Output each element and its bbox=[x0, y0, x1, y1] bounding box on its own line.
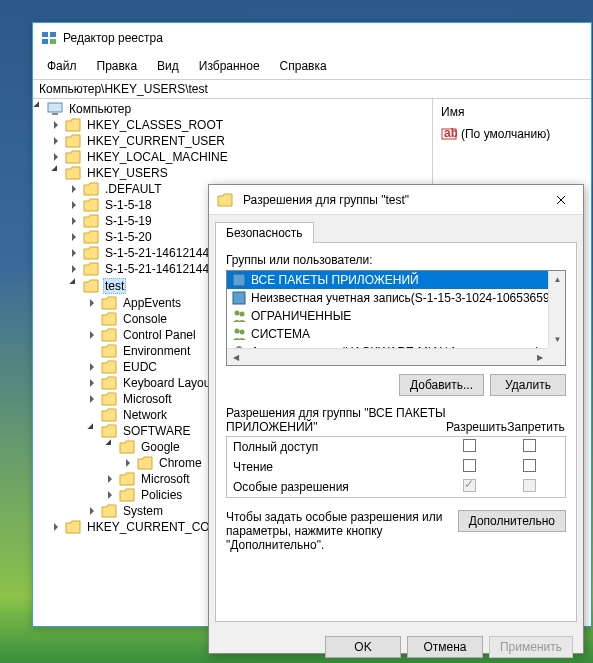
group-label: ВСЕ ПАКЕТЫ ПРИЛОЖЕНИЙ bbox=[251, 273, 419, 287]
chevron-right-icon[interactable] bbox=[69, 231, 81, 243]
tab-content: Группы или пользователи: ВСЕ ПАКЕТЫ ПРИЛ… bbox=[215, 242, 577, 622]
chevron-down-icon[interactable] bbox=[69, 280, 81, 292]
svg-rect-4 bbox=[48, 103, 62, 112]
node-label: Компьютер bbox=[67, 102, 133, 116]
chevron-right-icon[interactable] bbox=[123, 457, 135, 469]
tree-node-computer[interactable]: Компьютер bbox=[33, 101, 432, 117]
chevron-right-icon[interactable] bbox=[51, 135, 63, 147]
chevron-right-icon[interactable] bbox=[87, 393, 99, 405]
close-button[interactable] bbox=[541, 186, 581, 214]
users-icon bbox=[231, 308, 247, 324]
cancel-button[interactable]: Отмена bbox=[407, 636, 483, 658]
chevron-right-icon[interactable] bbox=[87, 297, 99, 309]
chevron-right-icon[interactable] bbox=[51, 151, 63, 163]
menu-favorites[interactable]: Избранное bbox=[189, 55, 270, 77]
chevron-right-icon[interactable] bbox=[51, 521, 63, 533]
value-name: (По умолчанию) bbox=[461, 127, 550, 141]
checkbox-full-deny[interactable] bbox=[523, 439, 536, 452]
computer-icon bbox=[47, 102, 63, 116]
chevron-down-icon[interactable] bbox=[87, 425, 99, 437]
address-bar[interactable]: Компьютер\HKEY_USERS\test bbox=[33, 79, 591, 99]
chevron-right-icon[interactable] bbox=[69, 183, 81, 195]
svg-point-11 bbox=[240, 312, 245, 317]
node-label: EUDC bbox=[121, 360, 159, 374]
tree-node-hklm[interactable]: HKEY_LOCAL_MACHINE bbox=[51, 149, 432, 165]
chevron-right-icon[interactable] bbox=[87, 377, 99, 389]
chevron-down-icon[interactable] bbox=[51, 167, 63, 179]
tree-node-hkcr[interactable]: HKEY_CLASSES_ROOT bbox=[51, 117, 432, 133]
checkbox-read-deny[interactable] bbox=[523, 459, 536, 472]
values-column-name[interactable]: Имя bbox=[441, 103, 583, 125]
group-label: Неизвестная учетная запись(S-1-15-3-1024… bbox=[251, 291, 563, 305]
folder-icon bbox=[137, 456, 153, 470]
group-item-restricted[interactable]: ОГРАНИЧЕННЫЕ bbox=[227, 307, 565, 325]
node-label: S-1-5-20 bbox=[103, 230, 154, 244]
chevron-right-icon[interactable] bbox=[69, 263, 81, 275]
node-label: S-1-5-21-1461214401 bbox=[103, 246, 224, 260]
scrollbar-horizontal[interactable]: ◀ ▶ bbox=[227, 348, 548, 365]
remove-button[interactable]: Удалить bbox=[490, 374, 566, 396]
ok-button[interactable]: OK bbox=[325, 636, 401, 658]
permissions-dialog: Разрешения для группы "test" Безопасност… bbox=[208, 184, 584, 654]
node-label: Google bbox=[139, 440, 182, 454]
permissions-for-label: Разрешения для группы "ВСЕ ПАКЕТЫ ПРИЛОЖ… bbox=[226, 406, 446, 434]
svg-point-12 bbox=[235, 329, 240, 334]
perm-label: Полный доступ bbox=[233, 440, 439, 454]
perm-label: Особые разрешения bbox=[233, 480, 439, 494]
scroll-down-icon[interactable]: ▼ bbox=[549, 331, 566, 348]
regedit-icon bbox=[41, 30, 57, 46]
group-item-all-packages[interactable]: ВСЕ ПАКЕТЫ ПРИЛОЖЕНИЙ bbox=[227, 271, 565, 289]
scroll-left-icon[interactable]: ◀ bbox=[227, 349, 244, 366]
add-button[interactable]: Добавить... bbox=[399, 374, 484, 396]
string-value-icon: ab bbox=[441, 126, 457, 142]
menu-help[interactable]: Справка bbox=[270, 55, 337, 77]
chevron-right-icon[interactable] bbox=[69, 247, 81, 259]
menu-edit[interactable]: Правка bbox=[87, 55, 148, 77]
tree-node-hku[interactable]: HKEY_USERS bbox=[51, 165, 432, 181]
folder-icon bbox=[101, 360, 117, 374]
titlebar[interactable]: Редактор реестра bbox=[33, 23, 591, 53]
chevron-down-icon[interactable] bbox=[33, 103, 45, 115]
folder-icon bbox=[101, 344, 117, 358]
close-icon bbox=[556, 195, 566, 205]
groups-listbox[interactable]: ВСЕ ПАКЕТЫ ПРИЛОЖЕНИЙ Неизвестная учетна… bbox=[226, 270, 566, 366]
folder-icon bbox=[119, 472, 135, 486]
folder-icon bbox=[83, 198, 99, 212]
menu-view[interactable]: Вид bbox=[147, 55, 189, 77]
chevron-right-icon[interactable] bbox=[105, 473, 117, 485]
chevron-down-icon[interactable] bbox=[105, 441, 117, 453]
node-label: System bbox=[121, 504, 165, 518]
menubar: Файл Правка Вид Избранное Справка bbox=[33, 53, 591, 79]
tree-node-hkcu[interactable]: HKEY_CURRENT_USER bbox=[51, 133, 432, 149]
checkbox-read-allow[interactable] bbox=[463, 459, 476, 472]
chevron-right-icon[interactable] bbox=[105, 489, 117, 501]
scroll-right-icon[interactable]: ▶ bbox=[531, 349, 548, 366]
scrollbar-vertical[interactable]: ▲ ▼ bbox=[548, 271, 565, 348]
group-item-system[interactable]: СИСТЕМА bbox=[227, 325, 565, 343]
node-label: HKEY_USERS bbox=[85, 166, 170, 180]
chevron-right-icon[interactable] bbox=[51, 119, 63, 131]
checkbox-special-deny bbox=[523, 479, 536, 492]
chevron-right-icon[interactable] bbox=[69, 199, 81, 211]
groups-label: Группы или пользователи: bbox=[226, 253, 566, 267]
tab-security[interactable]: Безопасность bbox=[215, 222, 314, 243]
folder-icon bbox=[101, 408, 117, 422]
value-row-default[interactable]: ab (По умолчанию) bbox=[441, 125, 583, 143]
menu-file[interactable]: Файл bbox=[37, 55, 87, 77]
checkbox-full-allow[interactable] bbox=[463, 439, 476, 452]
deny-column-header: Запретить bbox=[506, 420, 566, 434]
chevron-right-icon[interactable] bbox=[69, 215, 81, 227]
scroll-up-icon[interactable]: ▲ bbox=[549, 271, 566, 288]
advanced-button[interactable]: Дополнительно bbox=[458, 510, 566, 532]
chevron-right-icon[interactable] bbox=[87, 361, 99, 373]
node-label: .DEFAULT bbox=[103, 182, 163, 196]
chevron-right-icon[interactable] bbox=[87, 329, 99, 341]
dialog-titlebar[interactable]: Разрешения для группы "test" bbox=[209, 185, 583, 215]
svg-text:ab: ab bbox=[444, 126, 457, 140]
group-item-unknown[interactable]: Неизвестная учетная запись(S-1-15-3-1024… bbox=[227, 289, 565, 307]
advanced-hint: Чтобы задать особые разрешения или парам… bbox=[226, 510, 450, 552]
node-label: Microsoft bbox=[139, 472, 192, 486]
chevron-right-icon[interactable] bbox=[87, 505, 99, 517]
node-label: HKEY_LOCAL_MACHINE bbox=[85, 150, 230, 164]
apply-button[interactable]: Применить bbox=[489, 636, 573, 658]
